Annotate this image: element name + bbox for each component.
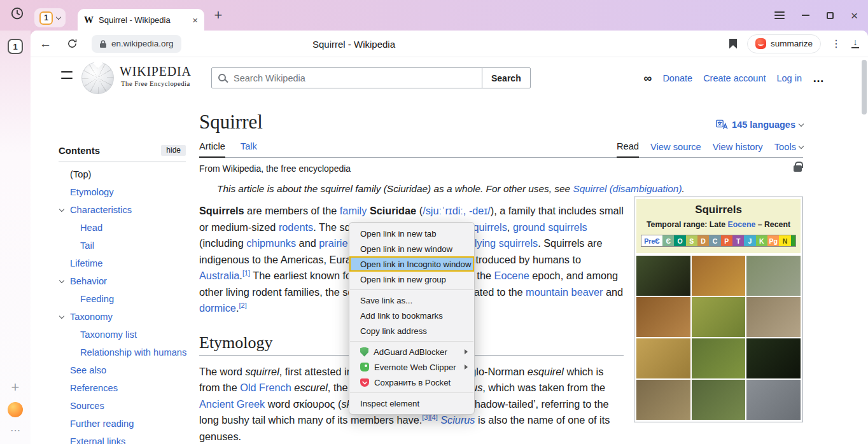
menu-item-inspect-element[interactable]: Inspect element (349, 396, 474, 411)
menu-item-open-link-new-tab[interactable]: Open link in new tab (349, 226, 474, 241)
rail-apps-orb-icon[interactable] (8, 402, 23, 417)
menu-item-open-link-new-group[interactable]: Open link in new group (349, 272, 474, 287)
history-clock-icon[interactable] (9, 5, 25, 22)
page-scrollbar[interactable] (860, 57, 868, 444)
toc-item-relationship-with-humans[interactable]: Relationship with humans (59, 343, 186, 361)
chevron-down-icon[interactable] (59, 207, 64, 212)
tab-read[interactable]: Read (617, 141, 639, 158)
toc-item-see-also[interactable]: See also (59, 361, 186, 379)
squirrel-photo[interactable] (692, 380, 746, 420)
page-protection-lock-icon[interactable] (794, 165, 802, 172)
scrollbar-thumb[interactable] (862, 60, 867, 114)
new-tab-button[interactable]: + (211, 6, 226, 24)
bookmark-icon[interactable] (729, 39, 737, 49)
toc-item-taxonomy[interactable]: Taxonomy (59, 308, 186, 326)
timeline-segment[interactable]: J (744, 235, 755, 246)
timeline-segment[interactable]: K (756, 235, 767, 246)
squirrel-photo[interactable] (636, 338, 690, 378)
rail-add-button[interactable]: + (0, 379, 31, 396)
toc-item-sources[interactable]: Sources (59, 397, 186, 415)
squirrel-photo[interactable] (636, 297, 690, 337)
squirrel-photo[interactable] (746, 338, 801, 378)
chevron-down-icon[interactable] (59, 278, 64, 283)
toc-item-taxonomy-list[interactable]: Taxonomy list (59, 326, 186, 343)
inline-link[interactable]: Old French (240, 382, 291, 393)
download-icon[interactable]: ↓ (851, 39, 859, 48)
squirrel-photo[interactable] (746, 256, 801, 296)
inline-link[interactable]: mountain beaver (526, 286, 603, 298)
menu-item-adguard-adblocker[interactable]: AdGuard AdBlocker (349, 344, 474, 359)
timeline-segment[interactable]: D (697, 235, 709, 246)
tab-view-source[interactable]: View source (650, 142, 701, 157)
search-button[interactable]: Search (482, 67, 531, 88)
tab-view-history[interactable]: View history (713, 142, 763, 157)
toolbar-more-icon[interactable]: ⋮ (831, 38, 841, 50)
maximize-button[interactable] (827, 12, 834, 19)
menu-item-save-to-pocket[interactable]: Сохранить в Pocket (349, 375, 474, 390)
close-button[interactable]: × (851, 10, 858, 22)
tools-menu[interactable]: Tools (774, 142, 803, 157)
inline-link[interactable]: flying squirrels (472, 237, 538, 249)
squirrel-photo[interactable] (692, 338, 746, 378)
timeline-segment[interactable]: PreЄ (641, 235, 662, 246)
toc-item-references[interactable]: References (59, 379, 186, 397)
browser-tab[interactable]: W Squirrel - Wikipedia × (78, 9, 204, 31)
timeline-segment[interactable]: C (709, 235, 720, 246)
wikipedia-wordmark[interactable]: WIKIPEDIA The Free Encyclopedia (120, 64, 192, 87)
minimize-button[interactable] (802, 15, 809, 16)
inline-link[interactable]: Sciurus (440, 414, 475, 426)
languages-button[interactable]: 145 languages (716, 120, 803, 134)
toc-item-top[interactable]: (Top) (59, 165, 186, 183)
search-input[interactable] (211, 67, 482, 88)
menu-item-add-link-to-bookmarks[interactable]: Add link to bookmarks (349, 308, 474, 323)
timeline-segment[interactable]: O (674, 235, 685, 246)
toc-item-etymology[interactable]: Etymology (59, 183, 186, 201)
menu-item-save-link-as[interactable]: Save link as... (349, 293, 474, 308)
donate-link[interactable]: Donate (662, 73, 692, 83)
back-button[interactable]: ← (39, 37, 52, 51)
toc-item-external-links[interactable]: External links (59, 433, 186, 444)
appearance-infinity-icon[interactable]: ∞ (644, 72, 652, 85)
menu-item-copy-link-address[interactable]: Copy link address (349, 323, 474, 338)
address-bar[interactable]: en.wikipedia.org (92, 35, 181, 53)
eocene-link[interactable]: Eocene (728, 220, 756, 229)
login-link[interactable]: Log in (776, 73, 802, 83)
browser-menu-icon[interactable] (774, 15, 785, 16)
create-account-link[interactable]: Create account (703, 73, 766, 83)
toc-item-further-reading[interactable]: Further reading (59, 415, 186, 433)
inline-link[interactable]: Ancient Greek (199, 398, 265, 410)
timeline-segment[interactable]: N (779, 235, 790, 246)
inline-link[interactable]: /sjuːˈrɪdiː, -deɪ/ (423, 205, 491, 216)
timeline-segment[interactable] (791, 235, 795, 246)
squirrel-photo[interactable] (692, 256, 746, 296)
timeline-segment[interactable]: Pg (767, 235, 779, 246)
tab-article[interactable]: Article (199, 141, 225, 158)
inline-link[interactable]: dormice (199, 302, 236, 314)
rail-more-icon[interactable]: ⋯ (0, 424, 31, 436)
timeline-segment[interactable]: T (732, 235, 744, 246)
menu-item-evernote-web-clipper[interactable]: Evernote Web Clipper (349, 359, 474, 375)
tab-close-icon[interactable]: × (192, 15, 198, 25)
squirrel-photo[interactable] (746, 297, 801, 337)
toc-item-behavior[interactable]: Behavior (59, 272, 186, 290)
reload-button[interactable] (67, 38, 78, 49)
inline-link[interactable]: family (340, 205, 367, 216)
inline-link[interactable]: Squirrel (disambiguation) (573, 183, 682, 194)
squirrel-photo[interactable] (692, 297, 746, 337)
squirrel-photo[interactable] (746, 380, 801, 420)
squirrel-photo[interactable] (636, 256, 690, 296)
menu-item-open-link-new-window[interactable]: Open link in new window (349, 241, 474, 256)
tab-talk[interactable]: Talk (241, 141, 257, 157)
menu-item-open-link-incognito[interactable]: Open link in Incognito window (349, 256, 474, 272)
toc-item-feeding[interactable]: Feeding (59, 290, 186, 308)
header-more-icon[interactable]: … (813, 72, 825, 85)
toc-item-tail[interactable]: Tail (59, 237, 186, 254)
toc-hide-button[interactable]: hide (161, 145, 186, 156)
sidebar-panel-badge[interactable]: 1 (8, 39, 23, 54)
inline-link[interactable]: ground squirrels (513, 221, 587, 233)
summarize-button[interactable]: summarize (747, 34, 821, 53)
toc-item-head[interactable]: Head (59, 219, 186, 237)
squirrel-photo[interactable] (636, 380, 690, 420)
toc-item-characteristics[interactable]: Characteristics (59, 201, 186, 219)
toc-item-lifetime[interactable]: Lifetime (59, 254, 186, 272)
